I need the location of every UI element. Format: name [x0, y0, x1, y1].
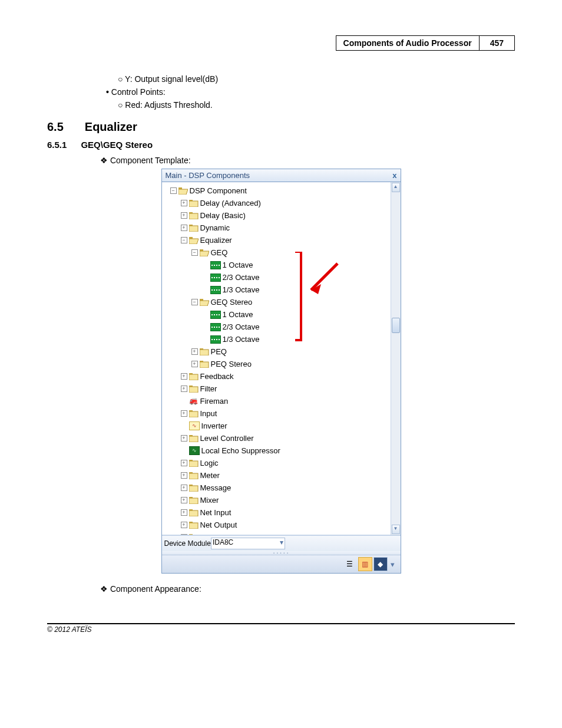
inverter-icon: ∿ [189, 421, 200, 430]
tree-node[interactable]: 1 Octave [163, 259, 399, 271]
expand-icon[interactable]: + [181, 522, 187, 528]
subsection-number: 6.5.1 [47, 140, 67, 150]
folder-closed-icon [189, 434, 199, 442]
page-header: Components of Audio Processor 457 [47, 35, 515, 51]
tree-node-label: Inverter [201, 421, 227, 430]
columns-icon: ▥ [362, 560, 368, 568]
panel-toolbar: ☰ ▥ ◆ ▾ [162, 555, 401, 573]
folder-closed-icon [200, 348, 209, 355]
tree-node[interactable]: ∿Inverter [163, 420, 399, 432]
tree-node[interactable]: +Input [163, 407, 399, 420]
expand-icon[interactable]: + [181, 460, 187, 466]
tree-node[interactable]: 1/3 Octave [163, 284, 399, 296]
expand-icon[interactable]: + [181, 386, 187, 392]
device-module-row: Device Module IDA8C ▾ [162, 535, 401, 551]
expand-icon[interactable]: + [191, 361, 198, 367]
svg-rect-31 [189, 486, 198, 492]
svg-rect-37 [189, 523, 198, 529]
dsp-components-panel: Main - DSP Components x −DSP Component+D… [161, 169, 401, 574]
view-list-button[interactable]: ☰ [343, 557, 357, 571]
panel-titlebar[interactable]: Main - DSP Components x [162, 169, 401, 182]
device-module-label: Device Module [164, 539, 211, 548]
folder-closed-icon [189, 410, 199, 417]
tree-node[interactable]: +Feedback [163, 370, 399, 383]
echo-suppressor-icon: ∿ [189, 446, 200, 455]
tree-node-label: PEQ [211, 347, 227, 356]
tree-node[interactable]: 🚒Fireman [163, 395, 399, 407]
tree-node[interactable]: ∿Local Echo Suppressor [163, 444, 399, 457]
device-module-value: IDA8C [213, 538, 233, 546]
svg-rect-15 [200, 350, 209, 355]
tree-node-label: DSP Component [190, 186, 247, 195]
view-picture-button[interactable]: ◆ [373, 557, 388, 571]
tree-node[interactable]: +Delay (Advanced) [163, 197, 399, 209]
tree-node[interactable]: 1/3 Octave [163, 333, 399, 345]
list-icon: ☰ [346, 560, 353, 568]
vertical-scrollbar[interactable]: ▲ ▼ [391, 182, 401, 535]
svg-rect-5 [189, 213, 198, 219]
scroll-up-icon[interactable]: ▲ [392, 183, 400, 192]
tree-node-label: 1 Octave [223, 310, 253, 319]
tree-node[interactable]: +Delay (Basic) [163, 209, 399, 222]
tree-node[interactable]: 2/3 Octave [163, 271, 399, 284]
expand-icon[interactable]: + [181, 534, 187, 535]
collapse-icon[interactable]: − [191, 299, 198, 305]
tree-node[interactable]: +Message [163, 482, 399, 494]
svg-rect-33 [189, 498, 198, 504]
expand-icon[interactable]: + [181, 225, 187, 231]
expand-icon[interactable]: + [181, 472, 187, 479]
tree-node-label: Delay (Advanced) [200, 199, 261, 207]
tree-node[interactable]: −DSP Component [163, 185, 399, 197]
scroll-down-icon[interactable]: ▼ [392, 525, 400, 534]
tree-node[interactable]: +Dynamic [163, 222, 399, 234]
device-module-combo[interactable]: IDA8C ▾ [211, 538, 285, 549]
tree-node[interactable]: −Equalizer [163, 234, 399, 246]
tree-node-label: 1 Octave [223, 261, 253, 269]
toolbar-more-icon[interactable]: ▾ [389, 560, 397, 569]
tree-node[interactable]: +Noise Generator [163, 531, 399, 535]
tree-node-label: Message [200, 483, 232, 492]
footer-rule [47, 623, 515, 624]
tree-node[interactable]: +Mixer [163, 494, 399, 506]
expand-icon[interactable]: + [181, 410, 187, 417]
tree-node[interactable]: +Logic [163, 457, 399, 469]
close-icon[interactable]: x [392, 171, 396, 180]
expand-icon[interactable]: + [191, 348, 198, 355]
tree-node[interactable]: 2/3 Octave [163, 321, 399, 333]
expand-icon[interactable]: + [181, 497, 187, 503]
subsection-heading: 6.5.1 GEQ\GEQ Stereo [47, 140, 515, 150]
expand-icon[interactable]: + [181, 509, 187, 516]
view-columns-button[interactable]: ▥ [358, 557, 372, 571]
folder-closed-icon [189, 385, 199, 393]
tree-node-label: Filter [200, 384, 217, 393]
tree-node[interactable]: +Filter [163, 383, 399, 395]
tree-node[interactable]: −GEQ [163, 246, 399, 259]
tree-node[interactable]: +Meter [163, 469, 399, 482]
tree-node[interactable]: +Net Output [163, 519, 399, 531]
expand-icon[interactable]: + [181, 200, 187, 206]
tree-node[interactable]: −GEQ Stereo [163, 296, 399, 308]
svg-marker-1 [178, 189, 188, 195]
expand-icon[interactable]: + [181, 435, 187, 442]
tree-node-label: GEQ [211, 248, 228, 257]
svg-rect-27 [189, 461, 198, 467]
scroll-thumb[interactable] [392, 318, 400, 333]
bullet-y: Y: Output signal level(dB) [125, 74, 218, 84]
tree-node-label: Equalizer [200, 236, 232, 245]
tree-node[interactable]: 1 Octave [163, 308, 399, 321]
expand-icon[interactable]: + [181, 373, 187, 380]
tree-node[interactable]: +Level Controller [163, 432, 399, 444]
collapse-icon[interactable]: − [191, 249, 198, 256]
svg-marker-9 [189, 239, 199, 244]
expand-icon[interactable]: + [181, 212, 187, 219]
eq-module-icon [210, 311, 221, 319]
picture-icon: ◆ [378, 560, 383, 568]
fireman-icon: 🚒 [189, 397, 199, 406]
tree-node-label: PEQ Stereo [211, 360, 252, 368]
collapse-icon[interactable]: − [181, 237, 187, 243]
tree-node[interactable]: +PEQ [163, 345, 399, 358]
tree-node[interactable]: +Net Input [163, 506, 399, 519]
tree-node[interactable]: +PEQ Stereo [163, 358, 399, 370]
collapse-icon[interactable]: − [170, 187, 177, 194]
expand-icon[interactable]: + [181, 485, 187, 491]
